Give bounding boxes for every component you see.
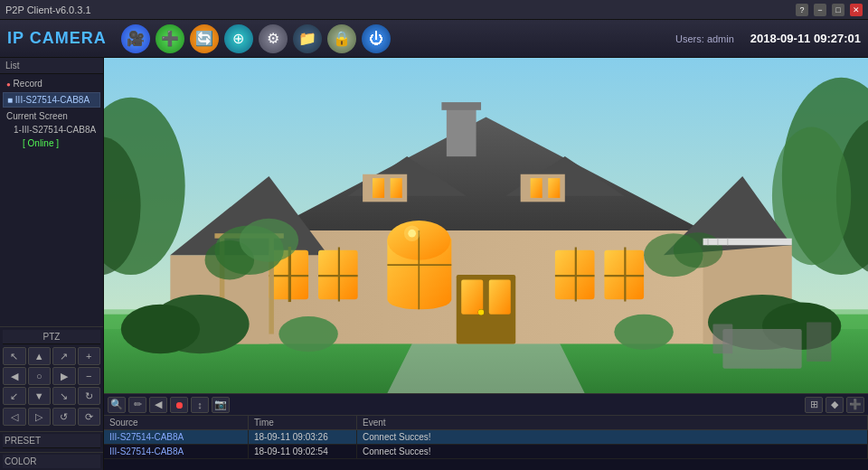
svg-rect-24 bbox=[548, 178, 560, 198]
app-title: P2P Client-v6.0.3.1 bbox=[5, 5, 91, 15]
ptz-center[interactable]: ○ bbox=[28, 367, 52, 385]
ptz-down-left[interactable]: ↙ bbox=[3, 387, 26, 405]
svg-point-59 bbox=[614, 315, 673, 350]
sidebar-tree: ● Record ■ III-S27514-CAB8A Current Scre… bbox=[0, 74, 103, 326]
svg-point-55 bbox=[121, 305, 200, 354]
expand-btn[interactable]: ↕ bbox=[191, 397, 209, 413]
camera-icon: 🎥 bbox=[127, 30, 145, 47]
add-icon: ➕ bbox=[161, 30, 179, 47]
ptz-rotate-cw[interactable]: ↻ bbox=[78, 387, 101, 405]
bottom-bar: 🔍 ✏ ◀ ⏺ ↕ 📷 ⊞ ◆ ➕ Source Time Event bbox=[104, 393, 868, 470]
svg-rect-40 bbox=[604, 275, 644, 277]
color-header: COLOR bbox=[3, 455, 100, 468]
preset-section: PRESET bbox=[0, 431, 103, 452]
ptz-controls: ↖ ▲ ↗ + ◀ ○ ▶ − ↙ ▼ ↘ ↻ bbox=[3, 347, 100, 405]
svg-rect-42 bbox=[461, 280, 483, 315]
grid-view-btn[interactable]: ⊞ bbox=[805, 397, 823, 413]
bottom-toolbar-right: ⊞ ◆ ➕ bbox=[805, 397, 864, 413]
svg-point-45 bbox=[478, 309, 485, 315]
time-col-header: Time bbox=[249, 416, 357, 429]
svg-marker-65 bbox=[703, 239, 792, 246]
ptz-left[interactable]: ◀ bbox=[3, 367, 26, 385]
ptz-iris-close[interactable]: ▷ bbox=[28, 408, 52, 426]
ptz-up-left[interactable]: ↖ bbox=[3, 347, 26, 365]
svg-rect-34 bbox=[318, 275, 358, 277]
log-row[interactable]: III-S27514-CAB8A 18-09-11 09:02:54 Conne… bbox=[104, 445, 868, 459]
lock-icon: 🔒 bbox=[333, 30, 351, 47]
camera-area: 🔍 ✏ ◀ ⏺ ↕ 📷 ⊞ ◆ ➕ Source Time Event bbox=[104, 58, 868, 470]
sidebar-item-camera-channel[interactable]: 1-III-S27514-CAB8A bbox=[3, 123, 100, 136]
app-logo: IP CAMERA bbox=[7, 29, 107, 48]
color-section: COLOR bbox=[0, 452, 103, 470]
power-icon: ⏻ bbox=[369, 31, 383, 47]
svg-rect-39 bbox=[624, 248, 626, 302]
sidebar-item-camera[interactable]: ■ III-S27514-CAB8A bbox=[3, 92, 100, 108]
event-col-header: Event bbox=[357, 416, 868, 429]
minimize-button[interactable]: − bbox=[814, 4, 826, 16]
prev-btn[interactable]: ◀ bbox=[149, 397, 167, 413]
log-table: Source Time Event III-S27514-CAB8A 18-09… bbox=[104, 416, 868, 470]
ptz-down-right[interactable]: ↘ bbox=[52, 387, 76, 405]
svg-rect-19 bbox=[373, 178, 384, 198]
svg-rect-15 bbox=[447, 108, 476, 157]
maximize-button[interactable]: □ bbox=[832, 4, 844, 16]
sidebar: List ● Record ■ III-S27514-CAB8A Current… bbox=[0, 58, 104, 470]
sidebar-item-online-status: [ Online ] bbox=[3, 136, 100, 150]
record-btn[interactable]: ⏺ bbox=[170, 397, 188, 413]
ptz-right[interactable]: ▶ bbox=[52, 367, 76, 385]
source-col-header: Source bbox=[104, 416, 249, 429]
log-source-2: III-S27514-CAB8A bbox=[104, 445, 249, 458]
svg-rect-31 bbox=[269, 275, 308, 277]
svg-rect-61 bbox=[712, 324, 732, 354]
main-content: List ● Record ■ III-S27514-CAB8A Current… bbox=[0, 58, 868, 470]
refresh-icon: 🔄 bbox=[195, 30, 213, 47]
sidebar-item-record[interactable]: ● Record bbox=[3, 77, 100, 90]
ptz-section: PTZ ↖ ▲ ↗ + ◀ ○ ▶ − ↙ ▼ ↘ ↻ ◁ ▷ ↺ ⟳ bbox=[0, 326, 103, 431]
ptz-iris-open[interactable]: ◁ bbox=[3, 408, 26, 426]
add-button[interactable]: ➕ bbox=[156, 24, 184, 53]
power-button[interactable]: ⏻ bbox=[362, 24, 391, 53]
search-btn[interactable]: 🔍 bbox=[108, 397, 126, 413]
lock-button[interactable]: 🔒 bbox=[327, 24, 356, 53]
diamond-btn[interactable]: ◆ bbox=[826, 397, 844, 413]
ptz-up[interactable]: ▲ bbox=[28, 347, 52, 365]
folder-button[interactable]: 📁 bbox=[293, 24, 322, 53]
folder-icon: 📁 bbox=[298, 30, 316, 47]
svg-rect-23 bbox=[531, 178, 542, 198]
settings-icon: ⚙ bbox=[267, 30, 279, 47]
users-label: Users: admin bbox=[675, 33, 734, 44]
ptz-extra-row: ◁ ▷ ↺ ⟳ bbox=[3, 408, 100, 426]
ptz-up-right[interactable]: ↗ bbox=[52, 347, 76, 365]
sidebar-item-current-screen[interactable]: Current Screen bbox=[3, 109, 100, 123]
svg-rect-33 bbox=[338, 248, 340, 302]
close-button[interactable]: ✕ bbox=[850, 4, 863, 16]
camera-feed bbox=[104, 58, 868, 393]
log-row[interactable]: III-S27514-CAB8A 18-09-11 09:03:26 Conne… bbox=[104, 430, 868, 445]
ptz-zoom-in[interactable]: + bbox=[78, 347, 101, 365]
ptz-header: PTZ bbox=[3, 330, 100, 344]
layout-button[interactable]: ⊕ bbox=[224, 24, 253, 53]
help-button[interactable]: ? bbox=[796, 4, 808, 16]
ptz-zoom-out[interactable]: − bbox=[78, 367, 101, 385]
svg-point-58 bbox=[278, 316, 337, 352]
log-time-1: 18-09-11 09:03:26 bbox=[249, 430, 357, 444]
refresh-button[interactable]: 🔄 bbox=[190, 24, 219, 53]
svg-rect-37 bbox=[555, 275, 595, 277]
svg-rect-43 bbox=[489, 280, 511, 315]
ptz-focus-far[interactable]: ⟳ bbox=[78, 408, 101, 426]
svg-rect-60 bbox=[722, 329, 801, 369]
zoom-btn[interactable]: ➕ bbox=[846, 397, 864, 413]
svg-point-53 bbox=[674, 232, 723, 268]
preset-header: PRESET bbox=[3, 434, 100, 448]
settings-button[interactable]: ⚙ bbox=[259, 24, 288, 53]
svg-point-51 bbox=[240, 219, 298, 262]
snapshot-btn[interactable]: 📷 bbox=[212, 397, 230, 413]
camera-button[interactable]: 🎥 bbox=[121, 24, 150, 53]
sidebar-list-header: List bbox=[0, 58, 103, 74]
video-container[interactable] bbox=[104, 58, 868, 393]
ptz-down[interactable]: ▼ bbox=[28, 387, 52, 405]
window-controls: ? − □ ✕ bbox=[796, 4, 863, 16]
ptz-focus-near[interactable]: ↺ bbox=[52, 408, 76, 426]
svg-rect-16 bbox=[441, 102, 481, 110]
edit-btn[interactable]: ✏ bbox=[128, 397, 146, 413]
